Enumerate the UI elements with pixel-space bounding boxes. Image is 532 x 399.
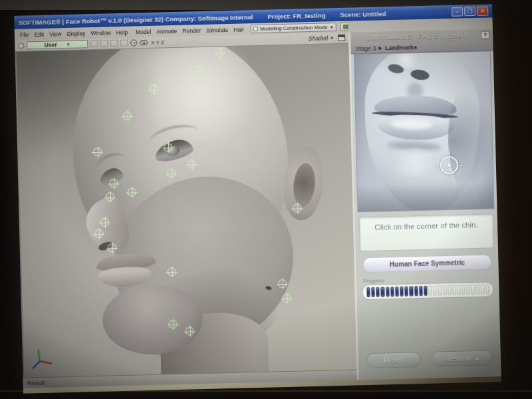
pass-selector-dropdown[interactable]: Default_Pass <box>340 21 348 31</box>
menu-item[interactable]: Help <box>113 28 130 37</box>
construction-mode-icon <box>253 27 258 31</box>
landmark-marker[interactable] <box>100 217 109 226</box>
progress-segment <box>457 285 461 295</box>
viewport-lock-icon[interactable] <box>18 43 24 49</box>
display-mode-dropdown[interactable]: Shaded ▼ <box>309 35 334 42</box>
mode-menu-item[interactable]: Hair <box>231 25 247 34</box>
menu-item[interactable]: View <box>47 30 65 39</box>
restore-button[interactable]: ❐ <box>464 7 475 16</box>
brand-watermark: SOFTIMAGE |FACE ROBOT <box>354 31 481 41</box>
viewport-memo-button[interactable] <box>110 40 118 47</box>
menu-item[interactable]: File <box>17 31 32 39</box>
template-button[interactable]: Human Face Symmetric <box>362 254 492 273</box>
construction-mode-dropdown[interactable]: Modeling Construction Mode ▼ <box>251 23 336 33</box>
menu-item[interactable]: Window <box>88 29 114 37</box>
chevron-down-icon: ▼ <box>330 36 334 40</box>
project-label: Project: FR_testing <box>267 11 325 20</box>
progress-segment <box>433 285 437 295</box>
orbit-tool-icon[interactable] <box>130 39 137 46</box>
progress-segment <box>390 287 394 297</box>
viewport-header-right: Shaded ▼ <box>309 35 345 42</box>
guide-neck-shadow <box>358 182 494 212</box>
progress-segment <box>443 285 447 295</box>
chin-guide-image <box>354 51 495 212</box>
menu-item[interactable]: Display <box>64 29 88 38</box>
progress-segment <box>485 285 489 295</box>
menu-item[interactable]: Edit <box>31 30 47 39</box>
landmark-marker[interactable] <box>283 294 291 303</box>
panel-spacer <box>357 297 501 353</box>
progress-segment <box>405 287 409 297</box>
landmark-marker[interactable] <box>108 243 116 252</box>
progress-section: Progress <box>362 275 494 300</box>
progress-segment <box>452 285 456 295</box>
file-menu-group: FileEditViewDisplayWindowHelp <box>17 28 130 39</box>
landmark-marker[interactable] <box>123 112 132 120</box>
camera-view-label: User <box>45 41 57 48</box>
viewport-memo-button[interactable] <box>90 41 98 47</box>
progress-segment <box>410 286 414 296</box>
camera-view-dropdown[interactable]: User ▼ <box>27 40 88 49</box>
landmark-layer <box>16 44 356 378</box>
landmark-marker[interactable] <box>168 320 177 329</box>
maximize-viewport-icon[interactable] <box>338 35 345 41</box>
progress-segment <box>476 285 480 295</box>
resume-label: Resume <box>445 354 473 362</box>
resume-button[interactable]: Resume ▶ <box>432 350 493 366</box>
landmark-marker[interactable] <box>94 229 103 238</box>
progress-segment <box>371 287 375 297</box>
close-button[interactable]: ✕ <box>477 6 488 15</box>
mode-menu-item[interactable]: Animate <box>154 27 180 35</box>
stage-label: Stage 3 <box>355 45 376 52</box>
landmark-marker[interactable] <box>278 279 287 288</box>
progress-segment <box>467 285 471 295</box>
landmark-marker[interactable] <box>215 48 224 57</box>
landmark-marker[interactable] <box>128 188 136 196</box>
axis-toggle[interactable]: Z <box>160 39 165 45</box>
progress-segment <box>376 287 380 297</box>
progress-segment <box>366 287 370 297</box>
viewport-column: User ▼ XYZ Shaded ▼ <box>15 33 357 388</box>
axis-gizmo-icon <box>29 343 57 372</box>
stage-arrow-icon: ▶ <box>378 45 382 51</box>
landmark-marker[interactable] <box>192 66 201 74</box>
help-button[interactable]: ? <box>481 31 489 39</box>
3d-viewport[interactable] <box>15 44 356 378</box>
progress-segment <box>395 287 399 297</box>
landmark-marker[interactable] <box>167 267 176 276</box>
panel-footer: Reset Resume ▶ <box>358 350 501 380</box>
pass-icon <box>343 25 348 29</box>
landmark-marker[interactable] <box>109 179 118 188</box>
landmark-marker[interactable] <box>106 192 114 201</box>
landmark-marker[interactable] <box>293 203 301 212</box>
progress-segment <box>400 287 404 297</box>
face-robot-panel: SOFTIMAGE |FACE ROBOT ? Stage 3 ▶ Landma… <box>348 29 501 380</box>
landmark-marker[interactable] <box>167 169 176 178</box>
progress-segment <box>438 285 442 295</box>
display-mode-label: Shaded <box>309 35 329 42</box>
construction-mode-label: Modeling Construction Mode <box>260 24 328 31</box>
progress-segment <box>381 287 385 297</box>
visibility-eye-icon[interactable] <box>140 40 148 45</box>
landmark-marker[interactable] <box>186 327 194 335</box>
viewport-memo-button[interactable] <box>100 40 108 47</box>
minimize-button[interactable]: – <box>452 7 463 16</box>
axis-toggle-group: XYZ <box>150 39 165 46</box>
progress-segment <box>462 285 466 295</box>
progress-segment <box>471 285 475 295</box>
landmark-marker[interactable] <box>93 148 102 156</box>
instruction-box: Click on the corner of the chin. <box>359 213 494 251</box>
progress-segment <box>386 287 390 297</box>
app-window: SOFTIMAGE® | Face Robot™ v.1.0 (Designer… <box>14 4 501 393</box>
reset-button[interactable]: Reset <box>366 352 422 368</box>
mode-menu-item[interactable]: Simulate <box>203 25 231 34</box>
viewport-memo-button[interactable] <box>120 40 128 47</box>
mode-menu-item[interactable]: Render <box>180 26 203 35</box>
landmark-marker[interactable] <box>150 85 158 94</box>
landmark-marker[interactable] <box>188 160 196 168</box>
result-label: Result <box>27 379 45 387</box>
progress-segment <box>428 286 432 296</box>
landmark-marker[interactable] <box>164 143 172 152</box>
progress-segment <box>448 285 452 295</box>
mode-menu-item[interactable]: Model <box>133 27 154 36</box>
